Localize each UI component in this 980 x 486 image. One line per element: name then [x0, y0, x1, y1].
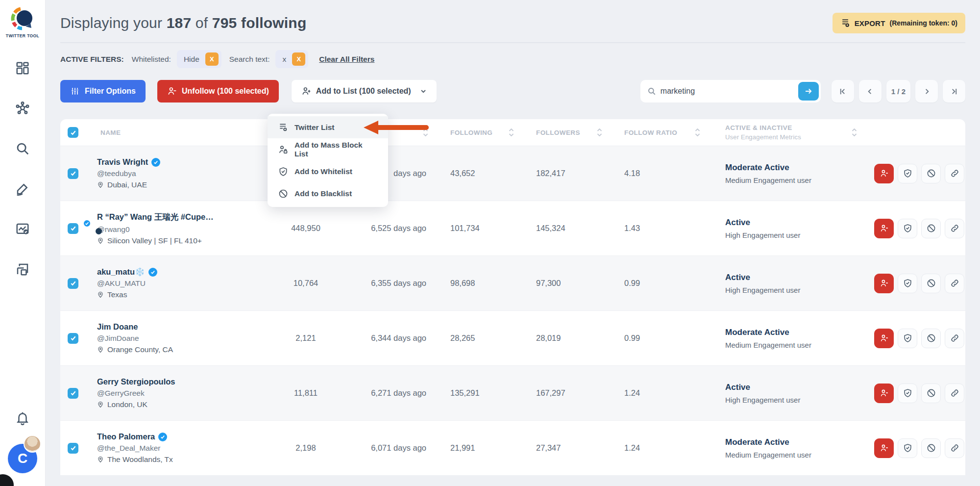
analytics-image-icon[interactable] [15, 222, 30, 236]
user-handle[interactable]: @AKU_MATU [97, 279, 157, 288]
blacklist-user-button[interactable] [921, 384, 941, 403]
page-header: Displaying your 187 of 795 following EXP… [60, 0, 965, 33]
header-active-label: ACTIVE & INACTIVE [725, 124, 792, 131]
list-add-icon [278, 123, 288, 132]
profile-link-button[interactable] [945, 219, 964, 238]
user-display-name[interactable]: Gerry Stergiopoulos [97, 377, 175, 386]
collections-copy-icon[interactable] [15, 262, 30, 277]
link-icon [950, 169, 959, 178]
sort-icon[interactable] [508, 128, 514, 137]
next-page-button[interactable] [915, 80, 938, 102]
header-following[interactable]: FOLLOWING [436, 128, 521, 137]
filter-chip-value: Hide [184, 55, 199, 64]
user-cell: aku_matu❄️ @AKU_MATU Texas [86, 267, 269, 299]
row-checkbox[interactable] [68, 388, 78, 399]
export-button[interactable]: EXPORT (Remaining token: 0) [833, 13, 965, 33]
header-active-inactive[interactable]: ACTIVE & INACTIVE User Engagement Metric… [708, 124, 864, 141]
add-to-list-dropdown-button[interactable]: Add to List (100 selected) [292, 80, 437, 102]
chat-widget[interactable]: C [8, 444, 37, 473]
unfollow-user-button[interactable] [874, 384, 894, 403]
remove-filter-button[interactable]: X [292, 52, 305, 66]
blacklist-user-button[interactable] [921, 329, 941, 348]
blacklist-user-button[interactable] [921, 219, 941, 238]
menu-item-mass-block-list[interactable]: Add to Mass Block List [268, 138, 388, 160]
row-checkbox[interactable] [68, 168, 78, 179]
user-name-line: Travis Wright [97, 157, 160, 167]
unfollow-user-button[interactable] [874, 164, 894, 183]
menu-item-add-to-whitelist[interactable]: Add to Whitelist [268, 160, 388, 182]
user-display-name[interactable]: R “Ray” Wang 王瑞光 #Cupe… [97, 212, 214, 223]
sort-icon[interactable] [422, 128, 429, 137]
arrow-right-icon [804, 87, 813, 96]
header-followers[interactable]: FOLLOWERS [521, 128, 610, 137]
following-count: 135,291 [436, 388, 521, 398]
row-checkbox[interactable] [68, 443, 78, 454]
unfollow-selected-button[interactable]: Unfollow (100 selected) [157, 80, 279, 102]
row-checkbox[interactable] [68, 278, 78, 289]
user-display-name[interactable]: aku_matu❄️ [97, 267, 145, 277]
sort-icon[interactable] [694, 128, 701, 137]
whitelist-user-button[interactable] [898, 384, 917, 403]
follow-ratio: 4.18 [610, 169, 708, 178]
search-input[interactable] [661, 87, 794, 96]
unfollow-user-button[interactable] [874, 438, 894, 458]
menu-item-twitter-list[interactable]: Twitter List [268, 116, 388, 138]
notifications-bell-icon[interactable] [15, 410, 30, 425]
whitelist-user-button[interactable] [898, 438, 917, 458]
sort-icon[interactable] [851, 128, 858, 137]
filter-options-button[interactable]: Filter Options [60, 80, 146, 102]
row-checkbox[interactable] [68, 333, 78, 344]
row-checkbox[interactable] [68, 223, 78, 234]
user-handle[interactable]: @JimDoane [97, 334, 173, 343]
unfollow-user-button[interactable] [874, 274, 894, 293]
user-display-name[interactable]: Theo Palomera [97, 432, 155, 441]
menu-item-add-to-blacklist[interactable]: Add to Blacklist [268, 182, 388, 205]
profile-link-button[interactable] [945, 274, 964, 293]
search-icon [647, 87, 656, 96]
location-pin-icon [97, 237, 104, 244]
user-handle[interactable]: @rwang0 [97, 225, 214, 234]
person-lock-icon [278, 145, 288, 154]
unfollow-user-button[interactable] [874, 219, 894, 238]
tweets-count: 448,950 [269, 224, 343, 233]
blacklist-user-button[interactable] [921, 274, 941, 293]
user-name-line: R “Ray” Wang 王瑞光 #Cupe… [97, 212, 214, 223]
whitelist-user-button[interactable] [898, 219, 917, 238]
header-name[interactable]: NAME [86, 129, 269, 136]
user-handle[interactable]: @the_Deal_Maker [97, 444, 173, 453]
unfollow-user-button[interactable] [874, 329, 894, 348]
compose-pen-icon[interactable] [15, 181, 30, 196]
whitelist-user-button[interactable] [898, 274, 917, 293]
last-page-button[interactable] [943, 80, 965, 102]
search-submit-button[interactable] [798, 82, 819, 101]
profile-link-button[interactable] [945, 329, 964, 348]
user-handle[interactable]: @teedubya [97, 169, 160, 178]
followers-count: 182,417 [521, 169, 610, 178]
prev-page-button[interactable] [859, 80, 882, 102]
user-display-name[interactable]: Travis Wright [97, 157, 148, 167]
toolbar: Filter Options Unfollow (100 selected) A… [60, 80, 965, 102]
whitelist-user-button[interactable] [898, 164, 917, 183]
header-follow-ratio[interactable]: FOLLOW RATIO [610, 128, 708, 137]
network-hub-icon[interactable] [15, 101, 30, 116]
profile-link-button[interactable] [945, 164, 964, 183]
remove-filter-button[interactable]: X [205, 52, 219, 66]
blacklist-user-button[interactable] [921, 164, 941, 183]
whitelist-user-button[interactable] [898, 329, 917, 348]
row-select-cell [60, 388, 86, 399]
blacklist-user-button[interactable] [921, 438, 941, 458]
profile-link-button[interactable] [945, 384, 964, 403]
profile-link-button[interactable] [945, 438, 964, 458]
dashboard-icon[interactable] [15, 61, 30, 76]
clear-all-filters-link[interactable]: Clear All Filters [319, 55, 374, 64]
search-nav-icon[interactable] [15, 141, 30, 156]
sort-icon[interactable] [596, 128, 603, 137]
first-page-button[interactable] [832, 80, 854, 102]
avatar-verified-badge [83, 219, 91, 228]
user-display-name[interactable]: Jim Doane [97, 322, 138, 332]
tweets-count: 10,764 [269, 279, 343, 288]
select-all-checkbox[interactable] [68, 127, 78, 138]
user-handle[interactable]: @GerryGreek [97, 389, 175, 398]
user-info: aku_matu❄️ @AKU_MATU Texas [97, 267, 157, 299]
follow-ratio: 0.99 [610, 279, 708, 288]
